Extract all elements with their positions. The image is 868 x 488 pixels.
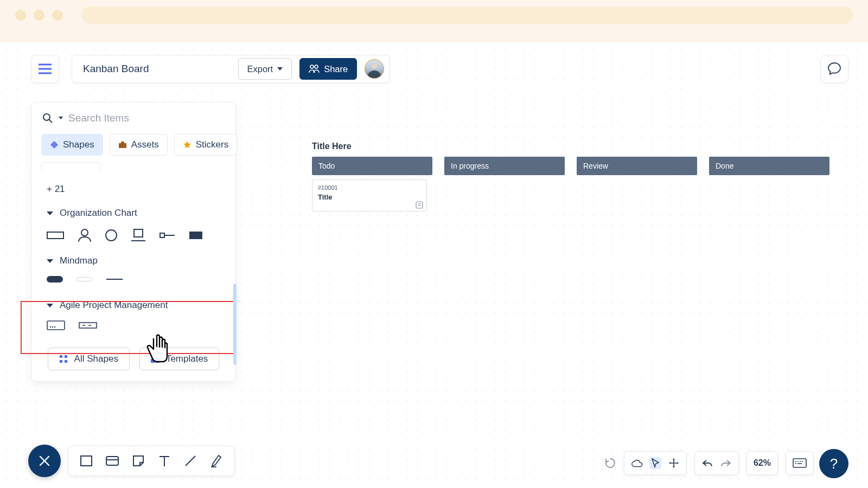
section-mind-label: Mindmap <box>60 255 98 266</box>
tool-line[interactable] <box>183 454 197 468</box>
svg-rect-20 <box>156 359 159 363</box>
kanban-column[interactable]: In progress <box>444 157 565 374</box>
caret-down-icon <box>47 211 53 215</box>
kanban-board[interactable]: Title Here Todo #10001 Title In progress… <box>312 142 836 374</box>
svg-rect-24 <box>793 459 806 467</box>
redo-button[interactable] <box>720 457 732 469</box>
pointer-tool[interactable] <box>649 457 661 469</box>
kanban-column[interactable]: Todo #10001 Title <box>312 157 432 374</box>
svg-rect-18 <box>151 355 159 357</box>
card-list-icon <box>416 201 423 209</box>
svg-rect-15 <box>65 355 67 358</box>
tab-assets[interactable]: Assets <box>110 134 168 156</box>
shape-label[interactable] <box>159 232 176 239</box>
shape-line[interactable] <box>106 279 123 280</box>
more-shapes-count[interactable]: + 21 <box>47 184 220 195</box>
share-label: Share <box>324 64 348 74</box>
tool-card[interactable] <box>105 454 119 468</box>
star-icon <box>183 140 192 149</box>
caret-down-icon <box>277 67 283 70</box>
cloud-sync-icon[interactable] <box>631 457 643 469</box>
kanban-column-header[interactable]: Review <box>577 157 697 175</box>
kanban-card[interactable]: #10001 Title <box>312 179 427 211</box>
close-tools-button[interactable] <box>28 445 61 477</box>
svg-point-1 <box>315 65 318 68</box>
chat-icon <box>827 62 841 76</box>
url-bar[interactable] <box>81 7 853 24</box>
svg-point-2 <box>43 114 50 120</box>
kanban-column[interactable]: Review <box>577 157 697 374</box>
undo-button[interactable] <box>701 457 713 469</box>
kanban-column[interactable]: Done <box>709 157 829 374</box>
export-label: Export <box>247 64 273 74</box>
keyboard-shortcuts-button[interactable] <box>786 451 814 475</box>
zoom-level[interactable]: 62% <box>746 451 778 475</box>
shape-filled-rect[interactable] <box>189 232 202 239</box>
close-icon <box>39 455 50 467</box>
tab-shapes-label: Shapes <box>63 139 94 150</box>
caret-down-icon <box>47 259 53 263</box>
shapes-grid-icon <box>59 355 68 363</box>
shape-card[interactable] <box>131 229 146 242</box>
document-title[interactable]: Kanban Board <box>83 63 231 75</box>
tool-sticky-note[interactable] <box>131 454 145 468</box>
briefcase-icon <box>118 141 127 149</box>
svg-rect-4 <box>119 143 126 148</box>
svg-point-6 <box>81 229 88 236</box>
avatar[interactable] <box>365 59 384 79</box>
tab-assets-label: Assets <box>131 139 159 150</box>
svg-rect-3 <box>50 141 58 149</box>
templates-icon <box>151 355 159 363</box>
pan-tool[interactable] <box>668 457 680 469</box>
comments-button[interactable] <box>820 55 848 83</box>
tab-stickers-label: Stickers <box>196 139 228 150</box>
shape-pill-light[interactable] <box>76 277 93 281</box>
browser-chrome <box>0 0 868 30</box>
window-dot <box>34 10 44 21</box>
svg-rect-7 <box>134 229 143 237</box>
section-mindmap[interactable]: Mindmap <box>47 255 220 266</box>
help-label: ? <box>830 455 838 472</box>
svg-rect-23 <box>106 457 118 465</box>
kanban-column-header[interactable]: Todo <box>312 157 432 175</box>
tool-text[interactable] <box>157 454 171 468</box>
search-input[interactable] <box>68 112 225 124</box>
header-card: Kanban Board Export Share <box>72 55 390 83</box>
tool-highlighter[interactable] <box>209 454 224 468</box>
help-button[interactable]: ? <box>819 449 848 478</box>
kanban-column-header[interactable]: In progress <box>444 157 565 175</box>
panel-scrollbar[interactable] <box>233 284 237 365</box>
partial-item-peek <box>41 162 101 171</box>
shape-rectangle[interactable] <box>47 232 64 239</box>
draw-toolbar <box>68 446 235 476</box>
history-icon[interactable] <box>604 457 616 469</box>
svg-rect-19 <box>151 359 155 363</box>
highlight-box <box>21 301 235 354</box>
tab-shapes[interactable]: Shapes <box>41 134 103 156</box>
search-icon <box>42 113 53 124</box>
app-surface: Kanban Board Export Share Shapes Ass <box>0 42 868 488</box>
kanban-column-header[interactable]: Done <box>709 157 829 175</box>
shape-circle[interactable] <box>105 229 117 241</box>
kanban-title[interactable]: Title Here <box>312 142 836 151</box>
keyboard-icon <box>793 458 807 468</box>
mindmap-shapes <box>47 276 220 282</box>
tool-rectangle[interactable] <box>79 454 93 468</box>
templates-label: Templates <box>166 354 208 364</box>
share-button[interactable]: Share <box>299 58 357 80</box>
hamburger-icon <box>39 63 52 74</box>
svg-rect-5 <box>121 142 124 144</box>
view-toolbar: 62% <box>604 451 814 475</box>
section-org-chart[interactable]: Organization Chart <box>47 208 220 219</box>
main-menu-button[interactable] <box>31 55 59 83</box>
tab-stickers[interactable]: Stickers <box>174 134 237 156</box>
svg-rect-21 <box>416 202 423 208</box>
shape-person[interactable] <box>78 228 92 242</box>
export-button[interactable]: Export <box>238 58 292 80</box>
svg-point-0 <box>310 65 314 68</box>
caret-down-icon[interactable] <box>59 117 63 120</box>
svg-rect-17 <box>65 360 67 363</box>
org-chart-shapes <box>47 228 220 242</box>
shape-pill-dark[interactable] <box>47 276 63 282</box>
section-org-label: Organization Chart <box>60 208 137 219</box>
